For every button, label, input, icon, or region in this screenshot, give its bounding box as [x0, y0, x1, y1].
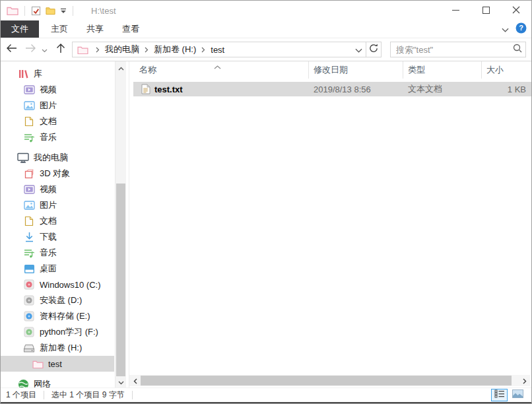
sidebar-tree: 库视频图片文档音乐我的电脑3D 对象视频图片文档下载音乐桌面Windows10 …	[1, 66, 129, 387]
tab-file[interactable]: 文件	[1, 20, 39, 38]
sidebar-scrollbar-thumb[interactable]	[116, 184, 125, 376]
item-count: 1 个项目	[6, 389, 36, 401]
forward-arrow-icon	[25, 44, 36, 55]
search-input[interactable]	[396, 45, 513, 55]
sidebar-scrollbar[interactable]	[115, 61, 126, 387]
sidebar-item-libraries[interactable]: 库	[1, 66, 114, 82]
sidebar-item-libraries-pictures[interactable]: 图片	[1, 98, 114, 114]
column-header-type[interactable]: 类型	[403, 61, 482, 79]
sidebar-item-desktop[interactable]: 桌面	[1, 261, 114, 277]
sidebar-item-network[interactable]: 网络	[1, 376, 114, 387]
sidebar-item-label: 音乐	[40, 247, 57, 259]
refresh-icon	[369, 44, 378, 55]
sidebar-item-label: 库	[34, 68, 42, 80]
sidebar-item-downloads[interactable]: 下载	[1, 229, 114, 245]
sidebar-item-folder-test[interactable]: test	[1, 356, 114, 372]
toolbar-separator	[73, 6, 73, 16]
music-icon	[22, 248, 36, 258]
sidebar-item-libraries-music[interactable]: 音乐	[1, 129, 114, 145]
file-name: test.txt	[154, 84, 183, 94]
column-header-name[interactable]: 名称	[129, 61, 309, 79]
column-header-label: 类型	[408, 64, 425, 76]
back-button[interactable]	[1, 40, 22, 59]
column-header-label: 名称	[139, 64, 156, 76]
column-header-date[interactable]: 修改日期	[309, 61, 403, 79]
computer-icon	[17, 152, 30, 163]
window-title: H:\test	[91, 6, 116, 16]
file-row-test.txt[interactable]: test.txt2019/8/13 8:56文本文档1 KB	[133, 82, 531, 96]
qat-dropdown-icon[interactable]	[60, 8, 67, 14]
desktop-icon	[22, 264, 36, 274]
scroll-up-icon	[118, 61, 124, 73]
breadcrumb-chevron-icon[interactable]	[196, 47, 211, 53]
details-view-button[interactable]	[491, 389, 508, 401]
sidebar-item-libraries-videos[interactable]: 视频	[1, 82, 114, 98]
column-header-size[interactable]: 大小	[482, 61, 531, 79]
sidebar-item-label: python学习 (F:)	[40, 326, 98, 338]
scroll-right-button[interactable]	[519, 375, 530, 386]
sidebar-item-3d-objects[interactable]: 3D 对象	[1, 166, 114, 182]
sidebar-item-drive-c[interactable]: Windows10 (C:)	[1, 277, 114, 292]
search-box[interactable]	[390, 42, 526, 57]
address-bar[interactable]: 我的电脑新加卷 (H:)test	[72, 42, 382, 57]
horizontal-scrollbar[interactable]	[129, 375, 530, 386]
minimize-button[interactable]	[440, 1, 471, 20]
videos-icon	[22, 85, 36, 94]
sidebar-item-drive-f[interactable]: python学习 (F:)	[1, 324, 114, 340]
file-date-modified: 2019/8/13 8:56	[309, 84, 403, 94]
thumbnails-view-button[interactable]	[510, 389, 526, 401]
sidebar-item-drive-e[interactable]: 资料存储 (E:)	[1, 308, 114, 324]
tab-share[interactable]: 共享	[80, 20, 110, 38]
downloads-icon	[22, 232, 36, 242]
horizontal-scrollbar-thumb[interactable]	[141, 376, 512, 386]
scroll-down-icon	[118, 376, 124, 387]
breadcrumb-chevron-icon[interactable]	[139, 47, 154, 53]
videos-icon	[22, 185, 36, 194]
text-file-icon	[141, 84, 150, 94]
breadcrumb-item-2[interactable]: test	[211, 45, 224, 55]
recent-locations-button[interactable]	[39, 40, 50, 59]
file-rows: test.txt2019/8/13 8:56文本文档1 KB	[129, 82, 531, 96]
breadcrumb-item-1[interactable]: 新加卷 (H:)	[154, 44, 196, 55]
sidebar-item-libraries-documents[interactable]: 文档	[1, 114, 114, 129]
scroll-up-button[interactable]	[116, 62, 126, 73]
sidebar-item-label: 图片	[40, 100, 57, 112]
sidebar-item-videos[interactable]: 视频	[1, 182, 114, 197]
sidebar-item-music[interactable]: 音乐	[1, 245, 114, 261]
ribbon-collapse-chevron-icon[interactable]	[502, 23, 509, 35]
chevron-down-icon	[42, 44, 48, 55]
breadcrumb-item-0[interactable]: 我的电脑	[105, 44, 139, 55]
scroll-down-button[interactable]	[116, 376, 126, 387]
sidebar-item-label: 安装盘 (D:)	[40, 294, 82, 306]
sidebar-item-this-pc[interactable]: 我的电脑	[1, 150, 114, 166]
address-row: 我的电脑新加卷 (H:)test	[1, 38, 531, 61]
music-icon	[22, 133, 36, 143]
quick-access-toolbar	[1, 6, 75, 16]
sidebar-item-drive-d[interactable]: 安装盘 (D:)	[1, 292, 114, 308]
pictures-icon	[22, 101, 36, 110]
sidebar-item-label: 3D 对象	[40, 168, 70, 180]
properties-check-icon[interactable]	[31, 6, 41, 16]
address-dropdown-button[interactable]	[351, 42, 366, 57]
new-folder-icon[interactable]	[46, 7, 55, 15]
tab-view[interactable]: 查看	[116, 20, 146, 38]
column-header-label: 修改日期	[314, 64, 348, 76]
sidebar-item-documents[interactable]: 文档	[1, 213, 114, 229]
forward-button[interactable]	[22, 40, 39, 59]
sort-ascending-icon	[214, 61, 221, 71]
sidebar-item-pictures[interactable]: 图片	[1, 197, 114, 213]
drive-c-icon	[22, 279, 36, 290]
maximize-button[interactable]	[471, 1, 501, 20]
titlebar: H:\test	[1, 1, 531, 20]
sidebar-item-drive-h[interactable]: 新加卷 (H:)	[1, 340, 114, 356]
up-button[interactable]	[50, 40, 71, 59]
scroll-left-button[interactable]	[129, 375, 141, 386]
help-icon[interactable]: ?	[515, 22, 527, 36]
tab-home[interactable]: 主页	[44, 20, 75, 38]
content-area: 库视频图片文档音乐我的电脑3D 对象视频图片文档下载音乐桌面Windows10 …	[1, 61, 531, 387]
search-icon[interactable]	[513, 44, 522, 55]
refresh-button[interactable]	[366, 42, 381, 57]
breadcrumb-chevron-icon[interactable]	[90, 47, 105, 53]
caption-buttons	[440, 1, 531, 20]
close-button[interactable]	[501, 1, 531, 20]
